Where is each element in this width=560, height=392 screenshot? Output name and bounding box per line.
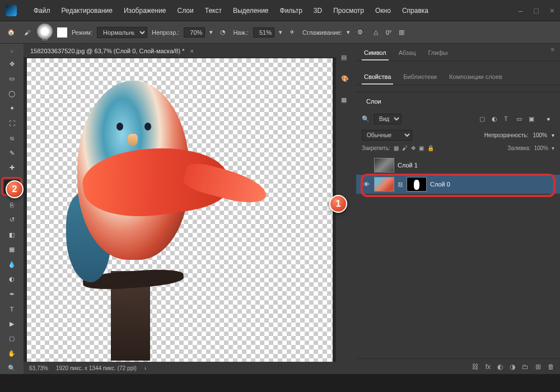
tab-layers[interactable]: Слои — [362, 96, 386, 107]
brush-panel-icon[interactable] — [57, 27, 67, 38]
menu-file[interactable]: Файл — [28, 4, 56, 17]
eyedropper-tool[interactable]: ✎ — [4, 147, 20, 159]
blur-tool[interactable]: 💧 — [4, 259, 20, 270]
tab-properties[interactable]: Свойства — [362, 70, 393, 85]
layer-name[interactable]: Слой 1 — [398, 162, 418, 169]
filter-type-icon[interactable]: T — [504, 115, 512, 123]
healing-tool[interactable]: ✚ — [4, 162, 20, 174]
maximize-button[interactable]: □ — [534, 6, 538, 15]
zoom-tool[interactable]: 🔍 — [4, 362, 20, 374]
swatches-icon[interactable]: 🎨 — [341, 75, 351, 85]
character-panel-tabs: Символ Абзац Глифы ≡ — [356, 44, 560, 60]
document-title: 1582033637520.jpg @ 63,7% (Слой 0, Слой-… — [30, 48, 184, 54]
close-button[interactable]: × — [550, 6, 554, 15]
home-icon[interactable]: 🏠 — [6, 27, 17, 38]
grid-icon[interactable]: ▦ — [341, 96, 351, 106]
fill-value[interactable]: 100% — [534, 145, 548, 151]
callout-2: 2 — [6, 180, 24, 198]
fx-icon[interactable]: fx — [486, 363, 491, 371]
lock-artboard-icon[interactable]: ▣ — [419, 145, 424, 151]
crop-tool[interactable]: ⛶ — [4, 118, 20, 129]
expand-tools-icon[interactable]: » — [0, 48, 24, 55]
move-tool[interactable]: ✥ — [4, 58, 20, 70]
layer-list: Слой 1 👁 ⛓ Слой 0 — [356, 153, 560, 358]
menu-window[interactable]: Окно — [370, 4, 396, 17]
lock-move-icon[interactable]: ✥ — [411, 145, 416, 151]
panel-menu-icon[interactable]: ≡ — [551, 46, 554, 60]
menu-3d[interactable]: 3D — [308, 4, 328, 17]
opacity-value[interactable]: 70% — [184, 27, 205, 38]
menu-select[interactable]: Выделение — [227, 4, 274, 17]
frame-tool[interactable]: ⧅ — [4, 132, 20, 144]
delete-layer-icon[interactable]: 🗑 — [548, 363, 554, 371]
filter-image-icon[interactable]: ▢ — [479, 115, 487, 123]
lock-brush-icon[interactable]: 🖌 — [402, 145, 408, 151]
tool-preset-icon[interactable]: 🖌 — [21, 27, 32, 38]
shape-tool[interactable]: ▢ — [4, 333, 20, 344]
lock-pixels-icon[interactable]: ▦ — [394, 145, 399, 151]
tab-layer-comps[interactable]: Композиции слоев — [447, 70, 505, 85]
airbrush-icon[interactable]: ✈ — [287, 27, 298, 38]
close-tab-icon[interactable]: × — [190, 48, 193, 54]
link-layers-icon[interactable]: ⛓ — [472, 363, 479, 371]
flow-value[interactable]: 51% — [253, 27, 274, 38]
menu-edit[interactable]: Редактирование — [56, 4, 118, 17]
filter-smart-icon[interactable]: ▣ — [529, 115, 536, 123]
blend-mode-layers-select[interactable]: Обычные — [362, 130, 412, 141]
mask-icon[interactable]: ◐ — [497, 363, 503, 371]
menu-filter[interactable]: Фильтр — [274, 4, 308, 17]
tab-libraries[interactable]: Библиотеки — [401, 70, 439, 85]
angle-icon[interactable]: △ — [370, 27, 381, 38]
document-tab[interactable]: 1582033637520.jpg @ 63,7% (Слой 0, Слой-… — [24, 44, 336, 58]
filter-adjust-icon[interactable]: ◐ — [492, 115, 500, 123]
layer-filter-select[interactable]: Вид — [374, 114, 402, 124]
filter-shape-icon[interactable]: ▭ — [516, 115, 524, 123]
tab-glyphs[interactable]: Глифы — [426, 46, 450, 60]
mask-link-icon[interactable]: ⛓ — [398, 181, 403, 188]
lock-all-icon[interactable]: 🔒 — [427, 145, 434, 151]
adjustment-icon[interactable]: ◑ — [510, 363, 515, 371]
layer-thumbnail[interactable] — [374, 177, 394, 192]
gradient-tool[interactable]: ▦ — [4, 244, 20, 255]
tab-symbol[interactable]: Символ — [362, 46, 389, 60]
minimize-button[interactable]: – — [519, 6, 523, 15]
path-select-tool[interactable]: ▶ — [4, 318, 20, 330]
histogram-icon[interactable]: ▤ — [341, 54, 351, 64]
lasso-tool[interactable]: ◯ — [4, 88, 20, 100]
tab-paragraph[interactable]: Абзац — [396, 46, 418, 60]
menu-layers[interactable]: Слои — [172, 4, 199, 17]
blend-mode-select[interactable]: Нормальный — [97, 27, 147, 38]
marquee-tool[interactable]: ▭ — [4, 73, 20, 85]
quick-select-tool[interactable]: ✦ — [4, 102, 20, 114]
filter-toggle-icon[interactable]: ● — [547, 115, 554, 123]
layer-row-selected[interactable]: 👁 ⛓ Слой 0 — [356, 175, 560, 194]
menu-image[interactable]: Изображение — [118, 4, 172, 17]
pressure-opacity-icon[interactable]: ◔ — [217, 27, 228, 38]
gear-icon[interactable]: ⚙ — [354, 27, 366, 38]
status-bar: 63,73% 1920 пикс. x 1344 пикс. (72 ppi) … — [24, 362, 336, 374]
eraser-tool[interactable]: ◧ — [4, 229, 20, 241]
layer-row[interactable]: Слой 1 — [356, 156, 560, 175]
type-tool[interactable]: T — [4, 303, 20, 315]
zoom-level[interactable]: 63,73% — [29, 365, 48, 371]
layer-mask-thumbnail[interactable] — [407, 177, 427, 192]
canvas[interactable] — [27, 58, 333, 362]
search-icon[interactable]: 🔍 — [362, 115, 370, 123]
layer-name[interactable]: Слой 0 — [430, 181, 450, 188]
menu-help[interactable]: Справка — [396, 4, 434, 17]
layer-thumbnail[interactable] — [374, 158, 394, 172]
symmetry-icon[interactable]: ▥ — [396, 27, 407, 38]
layer-opacity-value[interactable]: 100% — [533, 132, 547, 138]
history-brush-tool[interactable]: ↺ — [4, 214, 20, 226]
menu-text[interactable]: Текст — [199, 4, 227, 17]
stamp-tool[interactable]: ⎘ — [4, 199, 20, 211]
menu-view[interactable]: Просмотр — [328, 4, 370, 17]
new-layer-icon[interactable]: ⊞ — [535, 363, 541, 371]
group-icon[interactable]: 🗀 — [522, 363, 529, 371]
angle-value[interactable]: 0° — [386, 29, 392, 36]
pen-tool[interactable]: ✒ — [4, 288, 20, 300]
visibility-toggle[interactable]: 👁 — [362, 181, 371, 188]
hand-tool[interactable]: ✋ — [4, 348, 20, 360]
dodge-tool[interactable]: ◐ — [4, 273, 20, 285]
status-arrow-icon[interactable]: › — [144, 365, 146, 371]
